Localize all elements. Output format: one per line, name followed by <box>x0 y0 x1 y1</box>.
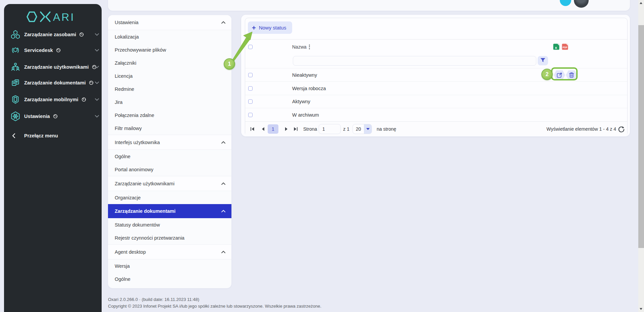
sidebar-item-zarzadzanie-uzytkownikami[interactable]: Zarządzanie użytkownikami <box>4 60 102 74</box>
headset-sync-icon <box>10 45 20 55</box>
gauge-badge-icon <box>89 80 94 85</box>
submenu-section-label: Agent desktop <box>115 249 146 255</box>
first-page-button[interactable] <box>249 125 256 133</box>
status-name-cell: Wersja robocza <box>292 86 326 91</box>
sidebar-item-zarzadzanie-dokumentami[interactable]: Zarządzanie dokumentami <box>4 76 102 90</box>
submenu-item-portal-anonimowy[interactable]: Portal anonimowy <box>108 163 231 176</box>
oxari-logo: ARI <box>4 10 102 23</box>
column-menu-icon[interactable] <box>308 44 311 50</box>
submenu-section-zarzadzanie-uzytkownikami[interactable]: Zarządzanie użytkownikami <box>108 176 231 191</box>
documents-icon <box>10 78 20 88</box>
page-number-input[interactable] <box>319 124 341 134</box>
sidebar-item-label: Servicedesk <box>24 48 53 53</box>
submenu-section-label: Zarządzanie użytkownikami <box>115 181 174 186</box>
footer-copyright-text: Copyright © 2023 Infonet Projekt SA i/lu… <box>108 304 321 309</box>
submenu-item-jira[interactable]: Jira <box>108 96 231 109</box>
sidebar-item-zarzadzanie-mobilnymi[interactable]: Zarządzanie mobilnymi <box>4 92 102 107</box>
submenu-item-label: Filtr mailowy <box>115 126 142 131</box>
table-row[interactable]: W archiwum <box>245 108 627 121</box>
topbar-action-icon-button[interactable] <box>560 0 571 6</box>
submenu-item-zalaczniki[interactable]: Załączniki <box>108 56 231 69</box>
main-sidebar: ARI Zarządzanie zasobami <box>4 4 102 312</box>
status-name-cell: W archiwum <box>292 112 319 118</box>
gauge-badge-icon <box>79 32 84 37</box>
collapse-menu-button[interactable]: Przełącz menu <box>4 131 102 141</box>
submenu-item-label: Załączniki <box>115 60 136 66</box>
submenu-item-przechowywanie-plikow[interactable]: Przechowywanie plików <box>108 43 231 56</box>
filter-button[interactable] <box>538 56 548 65</box>
submenu-item-polaczenia-zdalne[interactable]: Połączenia zdalne <box>108 109 231 122</box>
chevron-down-icon[interactable] <box>95 115 99 118</box>
user-avatar[interactable] <box>574 0 589 8</box>
row-checkbox[interactable] <box>248 113 253 117</box>
chevron-up-icon <box>221 251 225 253</box>
status-name-cell: Aktywny <box>292 99 310 104</box>
last-page-button[interactable] <box>292 125 299 133</box>
current-page-button[interactable]: 1 <box>268 124 278 134</box>
svg-text:x: x <box>555 46 557 50</box>
submenu-item-label: Lokalizacja <box>115 34 139 40</box>
table-row[interactable]: Wersja robocza <box>245 81 627 95</box>
page-scrollbar[interactable] <box>638 0 644 312</box>
chevron-down-icon[interactable] <box>95 66 99 68</box>
gauge-badge-icon <box>56 48 61 53</box>
submenu-item-lokalizacja[interactable]: Lokalizacja <box>108 30 231 43</box>
submenu-section-label: Zarządzanie dokumentami <box>115 208 175 214</box>
row-checkbox[interactable] <box>248 73 253 77</box>
export-excel-icon[interactable]: x <box>553 43 560 50</box>
submenu-item-label: Statusy dokumentów <box>115 222 160 228</box>
row-checkbox[interactable] <box>248 86 253 90</box>
chevron-up-icon <box>221 141 225 144</box>
svg-text:ARI: ARI <box>53 11 75 23</box>
submenu-item-wersja[interactable]: Wersja <box>108 259 231 272</box>
submenu-item-redmine[interactable]: Redmine <box>108 82 231 96</box>
page-size-dropdown-zone <box>364 124 372 134</box>
page-size-value: 20 <box>353 126 364 132</box>
sidebar-item-ustawienia[interactable]: Ustawienia <box>4 109 102 123</box>
submenu-section-ustawienia[interactable]: Ustawienia <box>108 15 231 30</box>
submenu-section-label: Ustawienia <box>115 20 139 25</box>
annotation-step-1: 1 <box>224 58 235 70</box>
submenu-item-ogolne-agent[interactable]: Ogólne <box>108 272 231 286</box>
submenu-item-filtr-mailowy[interactable]: Filtr mailowy <box>108 122 231 135</box>
submenu-item-label: Licencja <box>115 73 132 79</box>
previous-page-button[interactable] <box>259 125 267 133</box>
submenu-item-statusy-dokumentow[interactable]: Statusy dokumentów <box>108 218 231 231</box>
submenu-section-zarzadzanie-dokumentami-selected[interactable]: Zarządzanie dokumentami <box>108 204 231 218</box>
chevron-up-icon <box>221 210 225 212</box>
scrollbar-thumb[interactable] <box>638 25 644 248</box>
hexagons-icon <box>10 29 20 40</box>
next-page-button[interactable] <box>282 125 290 133</box>
submenu-item-label: Jira <box>115 100 122 105</box>
scrollbar-down-arrow-icon[interactable] <box>640 308 642 310</box>
page: ARI Zarządzanie zasobami <box>0 0 644 312</box>
gear-hexagon-icon <box>10 111 20 121</box>
scrollbar-up-arrow-icon[interactable] <box>640 2 642 4</box>
row-checkbox[interactable] <box>248 100 253 104</box>
refresh-button[interactable] <box>617 125 625 133</box>
submenu-item-licencja[interactable]: Licencja <box>108 69 231 82</box>
submenu-item-ogolne-interfejs[interactable]: Ogólne <box>108 150 231 163</box>
table-filter-row <box>245 54 627 68</box>
submenu-item-rejestr-czynnosci[interactable]: Rejestr czynności przetwarzania <box>108 231 231 244</box>
submenu-section-agent-desktop[interactable]: Agent desktop <box>108 244 231 259</box>
name-filter-input[interactable] <box>293 56 536 66</box>
annotation-step-2: 2 <box>541 69 553 80</box>
svg-text:PDF: PDF <box>563 46 568 49</box>
chevron-down-icon[interactable] <box>95 33 99 36</box>
page-of-label: z 1 <box>343 126 350 132</box>
page-size-select[interactable]: 20 <box>353 124 372 134</box>
submenu-item-label: Ogólne <box>115 276 130 282</box>
chevron-down-icon[interactable] <box>95 98 99 101</box>
sidebar-item-zarzadzanie-zasobami[interactable]: Zarządzanie zasobami <box>4 27 102 42</box>
submenu-item-organizacje[interactable]: Organizacje <box>108 191 231 204</box>
chevron-down-icon[interactable] <box>95 49 99 52</box>
table-row[interactable]: Aktywny <box>245 95 627 108</box>
submenu-item-label: Redmine <box>115 86 134 92</box>
chevron-down-icon[interactable] <box>95 81 99 84</box>
items-summary: Wyświetlanie elementów 1 - 4 z 4 <box>546 126 616 132</box>
submenu-section-interfejs-uzytkownika[interactable]: Interfejs użytkownika <box>108 135 231 150</box>
sidebar-item-label: Ustawienia <box>24 114 50 119</box>
sidebar-item-servicedesk[interactable]: Servicedesk <box>4 43 102 57</box>
export-pdf-icon[interactable]: PDF <box>561 43 569 50</box>
